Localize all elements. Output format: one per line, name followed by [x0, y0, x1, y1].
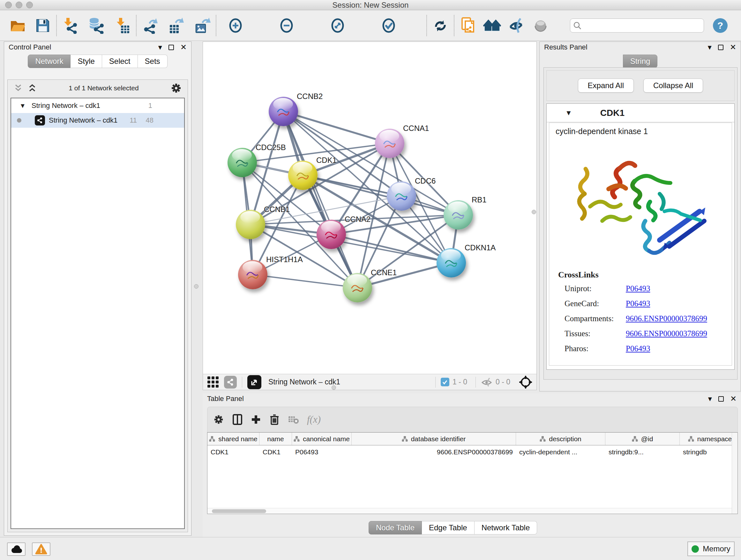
grid-view-icon[interactable]: [207, 376, 219, 388]
cloud-status-button[interactable]: [7, 543, 25, 556]
zoom-in-button[interactable]: [226, 15, 245, 36]
scrollbar-thumb[interactable]: [212, 509, 266, 513]
network-edge[interactable]: [253, 274, 357, 288]
zoom-selected-button[interactable]: [380, 15, 398, 36]
float-panel-icon[interactable]: [718, 45, 724, 50]
search-field[interactable]: [570, 18, 704, 33]
close-panel-icon[interactable]: ✕: [730, 44, 736, 51]
zoom-fit-button[interactable]: [329, 15, 347, 36]
import-network-file-button[interactable]: [61, 15, 79, 36]
panel-menu-icon[interactable]: ▾: [158, 44, 162, 51]
node-label-CDKN1A: CDKN1A: [465, 243, 495, 252]
export-image-button[interactable]: [193, 15, 211, 36]
table-row[interactable]: CDK1CDK1P064939606.ENSP00000378699cyclin…: [207, 445, 738, 459]
crosshair-icon[interactable]: [519, 375, 533, 389]
search-input[interactable]: [570, 18, 704, 33]
tab-edge-table[interactable]: Edge Table: [422, 521, 475, 535]
open-session-button[interactable]: [9, 15, 27, 36]
column-header-namespace[interactable]: namespace: [680, 433, 738, 445]
tab-sets[interactable]: Sets: [138, 55, 167, 68]
network-node-CDK1[interactable]: [288, 161, 318, 190]
network-row[interactable]: String Network – cdk1 11 48: [11, 113, 184, 128]
collapse-icon[interactable]: ▼: [19, 102, 26, 110]
apply-layout-button[interactable]: [431, 15, 449, 36]
show-hidden-button[interactable]: [532, 15, 549, 36]
table-vertical-scrollbar[interactable]: [732, 433, 738, 514]
add-column-icon[interactable]: [251, 415, 261, 425]
tab-string[interactable]: String: [623, 55, 658, 68]
collapse-all-icon[interactable]: [13, 83, 23, 93]
column-header-canonical-name[interactable]: canonical name: [292, 433, 352, 445]
table-panel: Table Panel ▾ ✕: [203, 393, 741, 537]
hide-selected-button[interactable]: [508, 15, 525, 36]
birds-eye-view-toggle[interactable]: [247, 375, 261, 389]
function-builder-icon[interactable]: f(x): [307, 414, 321, 425]
selected-checkbox-icon[interactable]: [441, 378, 449, 386]
float-panel-icon[interactable]: [169, 45, 174, 50]
network-node-CCNA2[interactable]: [317, 220, 346, 249]
close-panel-icon[interactable]: ✕: [730, 395, 737, 402]
tab-node-table[interactable]: Node Table: [368, 521, 422, 535]
network-node-CDC6[interactable]: [387, 181, 416, 211]
delete-table-icon[interactable]: [288, 415, 299, 424]
network-canvas[interactable]: CCNB2 CCNA1 CDC25B CDK1: [203, 42, 536, 374]
export-table-button[interactable]: [167, 15, 185, 36]
network-node-CCNA1[interactable]: [375, 129, 404, 158]
expand-all-icon[interactable]: [27, 83, 37, 93]
column-header-database-identifier[interactable]: database identifier: [352, 433, 516, 445]
crosslink-link[interactable]: P06493: [626, 344, 650, 353]
node-label-CCNA1: CCNA1: [403, 124, 429, 133]
help-button[interactable]: ?: [713, 18, 728, 33]
tab-network[interactable]: Network: [28, 55, 71, 68]
import-network-from-database-button[interactable]: [87, 15, 105, 36]
network-node-HIST1H1A[interactable]: [238, 260, 267, 289]
collapse-all-button[interactable]: Collapse All: [643, 78, 703, 92]
left-splitter-handle[interactable]: [194, 284, 199, 289]
warnings-button[interactable]: [32, 543, 51, 556]
column-header-name[interactable]: name: [259, 433, 292, 445]
float-panel-icon[interactable]: [718, 396, 724, 401]
tab-style[interactable]: Style: [71, 55, 102, 68]
save-session-button[interactable]: [34, 15, 52, 36]
network-edge[interactable]: [283, 111, 390, 143]
panel-menu-icon[interactable]: ▾: [708, 395, 712, 402]
copy-style-button[interactable]: [459, 15, 477, 36]
refresh-icon: [432, 18, 449, 33]
show-all-nodes-button[interactable]: [483, 15, 501, 36]
network-view-icon[interactable]: [224, 376, 237, 388]
network-node-RB1[interactable]: [444, 200, 473, 230]
memory-button[interactable]: Memory: [687, 542, 735, 556]
network-node-CCNB2[interactable]: [269, 97, 298, 126]
column-header-description[interactable]: description: [516, 433, 605, 445]
column-header-shared-name[interactable]: shared name: [207, 433, 259, 445]
zoom-out-button[interactable]: [278, 15, 295, 36]
table-horizontal-scrollbar[interactable]: [207, 508, 732, 514]
network-collection-row[interactable]: ▼ String Network – cdk1 1: [11, 98, 184, 113]
crosslink-link[interactable]: 9606.ENSP00000378699: [626, 329, 707, 338]
import-table-file-button[interactable]: [114, 15, 131, 36]
export-network-button[interactable]: [141, 15, 159, 36]
select-columns-icon[interactable]: [232, 414, 243, 425]
crosslink-link[interactable]: 9606.ENSP00000378699: [626, 314, 707, 323]
crosslink-link[interactable]: P06493: [626, 284, 650, 293]
close-panel-icon[interactable]: ✕: [180, 44, 187, 51]
bottom-splitter-handle[interactable]: [332, 385, 336, 390]
entry-header[interactable]: ▼ CDK1: [547, 104, 734, 122]
delete-column-icon[interactable]: [269, 414, 280, 425]
tab-select[interactable]: Select: [102, 55, 138, 68]
collapse-icon[interactable]: ▼: [565, 109, 572, 117]
network-node-CCNE1[interactable]: [343, 273, 372, 302]
hidden-eye-icon[interactable]: [481, 377, 492, 387]
gear-icon[interactable]: [171, 82, 182, 94]
network-node-CDKN1A[interactable]: [436, 248, 466, 277]
panel-menu-icon[interactable]: ▾: [708, 44, 712, 51]
expand-all-button[interactable]: Expand All: [578, 78, 634, 92]
crosslink-link[interactable]: P06493: [626, 299, 650, 308]
column-header--id[interactable]: @id: [605, 433, 680, 445]
crosslink-label: Compartments:: [564, 314, 626, 323]
gear-icon[interactable]: [213, 414, 224, 425]
tab-network-table[interactable]: Network Table: [475, 521, 537, 535]
network-node-CDC25B[interactable]: [227, 148, 257, 177]
right-splitter-handle[interactable]: [532, 210, 536, 214]
network-node-CCNB1[interactable]: [236, 210, 265, 239]
